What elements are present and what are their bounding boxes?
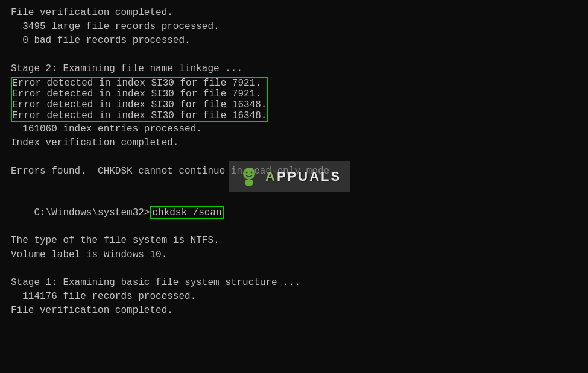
error-line-2: Error detected in index $I30 for file 79… xyxy=(12,89,267,99)
svg-point-1 xyxy=(246,172,248,174)
output-line-3: 0 bad file records processed. xyxy=(11,34,577,48)
command-box[interactable]: chkdsk /scan xyxy=(150,206,224,219)
svg-rect-3 xyxy=(245,180,253,186)
watermark-icon xyxy=(238,165,261,188)
command-line: C:\Windows\system32>chkdsk /scan xyxy=(11,192,577,234)
stage-1-label: Stage 1: Examining basic file system str… xyxy=(11,276,577,290)
output-line-2: 3495 large file records processed. xyxy=(11,20,577,34)
stage-2-label: Stage 2: Examining file name linkage ... xyxy=(11,62,577,76)
index-entries: 161060 index entries processed. xyxy=(11,122,577,136)
prompt-text: C:\Windows\system32> xyxy=(34,207,150,218)
ntfs-line: The type of the file system is NTFS. xyxy=(11,234,577,248)
watermark-label: APPUALS xyxy=(265,169,341,184)
watermark: APPUALS xyxy=(229,161,350,192)
blank-line-4 xyxy=(11,262,577,276)
error-line-3: Error detected in index $I30 for file 16… xyxy=(12,99,267,110)
terminal-window: File verification completed. 3495 large … xyxy=(0,0,588,373)
svg-point-2 xyxy=(251,172,253,174)
index-verification: Index verification completed. xyxy=(11,136,577,150)
output-line-1: File verification completed. xyxy=(11,6,577,20)
file-records: 114176 file records processed. xyxy=(11,290,577,304)
error-block: Error detected in index $I30 for file 79… xyxy=(11,77,268,122)
blank-line-1 xyxy=(11,48,577,62)
volume-label: Volume label is Windows 10. xyxy=(11,248,577,262)
error-line-1: Error detected in index $I30 for file 79… xyxy=(12,78,267,89)
svg-point-0 xyxy=(243,168,255,180)
error-line-4: Error detected in index $I30 for file 16… xyxy=(12,110,267,121)
file-verification-2: File verification completed. xyxy=(11,304,577,318)
